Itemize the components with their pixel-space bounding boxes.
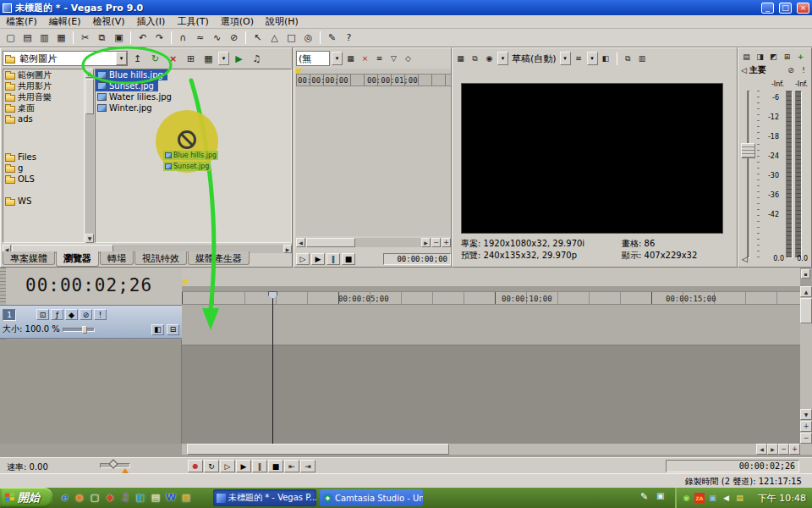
views-chevron-icon[interactable] bbox=[218, 52, 229, 65]
scrollbar-thumb[interactable] bbox=[85, 79, 94, 114]
current-time-display[interactable]: 00:00:02;26 bbox=[25, 275, 152, 295]
zoom-in-icon[interactable]: + bbox=[789, 444, 800, 455]
tray-update-icon[interactable]: ▣ bbox=[707, 493, 718, 504]
chevron-down-icon[interactable] bbox=[116, 52, 127, 65]
trimmer-play-from-start-button[interactable]: ▷ bbox=[296, 253, 310, 265]
composite-mode-icon[interactable]: ◧ bbox=[151, 324, 164, 335]
track-motion-icon[interactable]: ⊡ bbox=[36, 309, 49, 320]
cut-icon[interactable]: ✂ bbox=[77, 30, 93, 45]
quicklaunch-word-icon[interactable]: W bbox=[164, 489, 178, 505]
tree-item[interactable]: 共用音樂 bbox=[3, 91, 84, 102]
scroll-down-icon[interactable]: ▼ bbox=[85, 234, 94, 243]
timeline-tools-icon[interactable]: ▪ bbox=[801, 269, 810, 279]
play-from-start-button[interactable]: ▷ bbox=[220, 460, 235, 472]
tree-item[interactable]: WS bbox=[3, 196, 84, 207]
tree-item[interactable]: g bbox=[3, 163, 84, 174]
paste-icon[interactable]: ▣ bbox=[111, 30, 127, 45]
quicklaunch-mail-icon[interactable]: ▣ bbox=[179, 489, 193, 505]
taskbar-task-camtasia[interactable]: Camtasia Studio - Unti... bbox=[320, 489, 423, 506]
auto-preview-icon[interactable]: ♫ bbox=[249, 52, 265, 66]
automation-icon[interactable]: ◆ bbox=[65, 309, 78, 320]
file-item[interactable]: Blue hills.jpg bbox=[96, 69, 167, 80]
insert-marker-icon[interactable]: ▽ bbox=[387, 52, 400, 64]
chevron-down-icon[interactable] bbox=[560, 52, 571, 65]
whats-this-help-icon[interactable]: ? bbox=[341, 30, 357, 45]
quicklaunch-show-desktop-icon[interactable]: ▢ bbox=[88, 489, 102, 505]
track-fx-icon[interactable]: ƒ bbox=[51, 309, 63, 320]
remove-media-icon[interactable]: × bbox=[359, 52, 371, 64]
preview-quality-dropdown[interactable]: 草稿(自動) bbox=[510, 52, 558, 65]
media-properties-icon[interactable]: ▦ bbox=[344, 52, 357, 64]
views-icon[interactable]: ▦ bbox=[200, 52, 217, 66]
new-project-icon[interactable]: ▢ bbox=[3, 30, 19, 45]
file-item[interactable]: Sunset.jpg bbox=[96, 80, 158, 91]
chevron-down-icon[interactable] bbox=[497, 52, 508, 65]
bus-mute-button[interactable]: ⊘ bbox=[786, 64, 796, 76]
bus-solo-button[interactable]: ! bbox=[798, 64, 809, 76]
video-track-lane[interactable] bbox=[182, 305, 800, 345]
trimmer-workspace[interactable] bbox=[296, 86, 451, 236]
undo-icon[interactable]: ↶ bbox=[134, 30, 151, 45]
mixer-properties-icon[interactable]: ▤ bbox=[740, 51, 753, 63]
go-to-start-button[interactable]: ⇤ bbox=[284, 460, 299, 472]
file-item[interactable]: Winter.jpg bbox=[96, 102, 291, 113]
lock-envelopes-icon[interactable]: ∿ bbox=[209, 30, 225, 45]
save-icon[interactable]: ▥ bbox=[36, 30, 52, 45]
dim-output-icon[interactable]: ◩ bbox=[767, 51, 780, 63]
zoom-out-icon[interactable]: − bbox=[778, 444, 789, 455]
menu-tools[interactable]: 工具(T) bbox=[171, 14, 214, 29]
slider-thumb[interactable] bbox=[82, 326, 87, 334]
tree-scrollbar[interactable]: ▲ ▼ bbox=[85, 69, 94, 243]
insert-fx-icon[interactable]: + bbox=[794, 51, 807, 63]
menu-options[interactable]: 選項(O) bbox=[215, 14, 260, 29]
language-pen-icon[interactable]: ✎ bbox=[640, 491, 648, 502]
stop-button[interactable]: ■ bbox=[268, 460, 283, 472]
refresh-icon[interactable]: ↻ bbox=[147, 52, 163, 66]
fader-groove[interactable] bbox=[747, 91, 750, 258]
edit-details-icon[interactable]: ✎ bbox=[324, 30, 340, 45]
quicklaunch-firefox-icon[interactable]: ◆ bbox=[103, 489, 117, 505]
go-to-end-button[interactable]: ⇥ bbox=[300, 460, 315, 472]
folder-combo[interactable]: 範例圖片 bbox=[3, 51, 128, 66]
track-level-slider[interactable] bbox=[63, 328, 95, 332]
insert-bus-icon[interactable]: ⊞ bbox=[781, 51, 793, 63]
timeline-h-scrollbar[interactable]: ◀ ▶ − + bbox=[182, 444, 800, 455]
quicklaunch-media-player-icon[interactable]: ◉ bbox=[73, 489, 86, 505]
tab-project-media[interactable]: 專案媒體 bbox=[3, 251, 55, 265]
menu-file[interactable]: 檔案(F) bbox=[0, 14, 43, 29]
tree-item[interactable]: OLS bbox=[3, 174, 84, 185]
project-properties-icon[interactable]: ▦ bbox=[53, 30, 69, 45]
save-frame-icon[interactable]: ▥ bbox=[636, 52, 649, 64]
record-button[interactable]: ● bbox=[188, 460, 203, 472]
tray-display-icon[interactable]: ▤ bbox=[734, 493, 745, 504]
zoom-out-vertical-icon[interactable]: − bbox=[800, 433, 812, 444]
tree-item[interactable]: 範例圖片 bbox=[3, 69, 84, 80]
open-icon[interactable]: ▤ bbox=[19, 30, 36, 45]
copy-frame-icon[interactable]: ⧉ bbox=[622, 52, 634, 64]
auto-ripple-icon[interactable]: ≈ bbox=[192, 30, 208, 45]
external-monitor-icon[interactable]: ⧉ bbox=[469, 52, 481, 64]
tree-item[interactable]: 桌面 bbox=[3, 102, 84, 113]
close-button[interactable]: × bbox=[797, 3, 809, 14]
playhead-cursor[interactable] bbox=[272, 291, 273, 444]
master-fader-handle[interactable] bbox=[741, 143, 755, 158]
enable-snapping-icon[interactable]: ∩ bbox=[175, 30, 191, 45]
trimmer-play-button[interactable]: ▶ bbox=[311, 253, 325, 265]
sort-icon[interactable]: ≡ bbox=[373, 52, 386, 64]
downmix-icon[interactable]: ◨ bbox=[754, 51, 766, 63]
track-header[interactable]: 1 ⊡ ƒ ◆ ⊘ ! 大小: 100.0 % ◧ ⊟ bbox=[0, 305, 182, 339]
tray-clock[interactable]: 下午 10:48 bbox=[758, 492, 806, 505]
up-one-level-icon[interactable]: ↥ bbox=[129, 52, 145, 66]
scroll-right-icon[interactable]: ▶ bbox=[421, 238, 431, 247]
scrollbar-thumb[interactable] bbox=[306, 238, 355, 247]
trimmer-stop-button[interactable]: ■ bbox=[342, 253, 355, 265]
split-screen-icon[interactable]: ◧ bbox=[600, 52, 612, 64]
transport-time-display[interactable]: 00:00:02;26 bbox=[666, 460, 799, 472]
scroll-up-icon[interactable]: ▲ bbox=[800, 286, 812, 297]
pause-button[interactable]: ‖ bbox=[252, 460, 267, 472]
normal-edit-tool-icon[interactable]: ↖ bbox=[250, 30, 266, 45]
delete-icon[interactable]: × bbox=[165, 52, 181, 66]
scroll-left-icon[interactable]: ◀ bbox=[296, 238, 305, 247]
timeline-v-scrollbar[interactable]: ▲ ▼ + − bbox=[800, 286, 812, 444]
minimize-button[interactable]: _ bbox=[761, 3, 774, 14]
